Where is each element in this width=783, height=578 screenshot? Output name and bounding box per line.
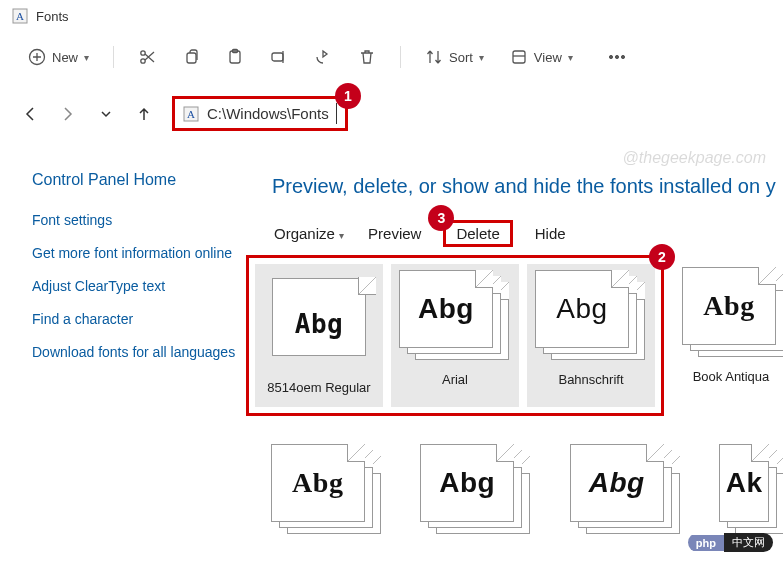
titlebar: A Fonts	[0, 0, 783, 32]
rename-icon	[270, 48, 288, 66]
svg-text:A: A	[187, 108, 195, 120]
chevron-down-icon: ▾	[568, 52, 573, 63]
address-text[interactable]: C:\Windows\Fonts	[207, 103, 337, 124]
plus-circle-icon	[28, 48, 46, 66]
chevron-down-icon: ▾	[84, 52, 89, 63]
fonts-folder-icon: A	[183, 106, 199, 122]
sidebar-link-download-fonts[interactable]: Download fonts for all languages	[32, 343, 242, 362]
more-button[interactable]	[597, 42, 637, 72]
svg-point-12	[621, 55, 624, 58]
sidebar-link-font-settings[interactable]: Font settings	[32, 211, 242, 230]
paste-button[interactable]	[216, 42, 254, 72]
trash-icon	[358, 48, 376, 66]
chevron-down-icon: ▾	[479, 52, 484, 63]
separator	[400, 46, 401, 68]
svg-point-3	[141, 59, 145, 63]
share-button[interactable]	[304, 42, 342, 72]
toolbar: New ▾ Sort ▾ View ▾	[0, 32, 783, 82]
rename-button[interactable]	[260, 42, 298, 72]
sidebar-link-more-info[interactable]: Get more font information online	[32, 244, 242, 263]
clipboard-icon	[226, 48, 244, 66]
page-heading: Preview, delete, or show and hide the fo…	[272, 175, 783, 198]
copy-icon	[182, 48, 200, 66]
svg-point-10	[609, 55, 612, 58]
sidebar-link-cleartype[interactable]: Adjust ClearType text	[32, 277, 242, 296]
sidebar-link-find-character[interactable]: Find a character	[32, 310, 242, 329]
sidebar: Control Panel Home Font settings Get mor…	[32, 157, 242, 546]
copy-button[interactable]	[172, 42, 210, 72]
font-item[interactable]: Abg Book Antiqua	[676, 261, 783, 416]
nav-row: A C:\Windows\Fonts 1	[0, 82, 783, 157]
sidebar-heading[interactable]: Control Panel Home	[32, 171, 242, 189]
delete-action-highlight: Delete 3	[443, 220, 512, 247]
organize-button[interactable]: Organize ▾	[272, 221, 346, 246]
share-icon	[314, 48, 332, 66]
font-item[interactable]: Abg 8514oem Regular	[255, 264, 383, 407]
up-button[interactable]	[134, 104, 154, 124]
font-item[interactable]: Abg	[570, 444, 682, 536]
new-button[interactable]: New ▾	[18, 42, 99, 72]
address-bar[interactable]: A C:\Windows\Fonts 1	[172, 96, 348, 131]
annotation-badge-3: 3	[428, 205, 454, 231]
annotation-badge-2: 2	[649, 244, 675, 270]
sort-button[interactable]: Sort ▾	[415, 42, 494, 72]
svg-point-11	[615, 55, 618, 58]
delete-action-button[interactable]: Delete	[456, 225, 499, 242]
window-title: Fonts	[36, 9, 69, 24]
recent-button[interactable]	[96, 104, 116, 124]
view-icon	[510, 48, 528, 66]
scissors-icon	[138, 48, 156, 66]
font-grid: 2 Abg 8514oem Regular Abg Arial	[246, 255, 783, 416]
delete-button[interactable]	[348, 42, 386, 72]
sort-icon	[425, 48, 443, 66]
action-bar: Organize ▾ Preview Delete 3 Hide	[272, 220, 783, 247]
font-item[interactable]: Abg Arial	[391, 264, 519, 407]
forward-button[interactable]	[58, 104, 78, 124]
svg-point-4	[141, 51, 145, 55]
svg-text:A: A	[16, 10, 24, 22]
cut-button[interactable]	[128, 42, 166, 72]
fonts-icon: A	[12, 8, 28, 24]
font-item[interactable]: Ak	[719, 444, 779, 536]
source-chip: php 中文网	[688, 533, 773, 552]
font-item[interactable]: Abg	[420, 444, 532, 536]
preview-button[interactable]: Preview	[366, 221, 423, 246]
back-button[interactable]	[20, 104, 40, 124]
chevron-down-icon: ▾	[339, 230, 344, 241]
font-grid-row2: Abg Abg Abg Ak	[264, 444, 783, 546]
selection-highlight: 2 Abg 8514oem Regular Abg Arial	[246, 255, 664, 416]
svg-rect-8	[272, 53, 283, 61]
svg-rect-9	[513, 51, 525, 63]
hide-button[interactable]: Hide	[533, 221, 568, 246]
watermark: @thegeekpage.com	[623, 149, 766, 167]
svg-rect-5	[187, 53, 196, 63]
separator	[113, 46, 114, 68]
main-panel: @thegeekpage.com Preview, delete, or sho…	[242, 157, 783, 546]
font-item[interactable]: Abg	[271, 444, 383, 536]
ellipsis-icon	[607, 48, 627, 66]
annotation-badge-1: 1	[335, 83, 361, 109]
font-item[interactable]: Abg Bahnschrift	[527, 264, 655, 407]
view-button[interactable]: View ▾	[500, 42, 583, 72]
